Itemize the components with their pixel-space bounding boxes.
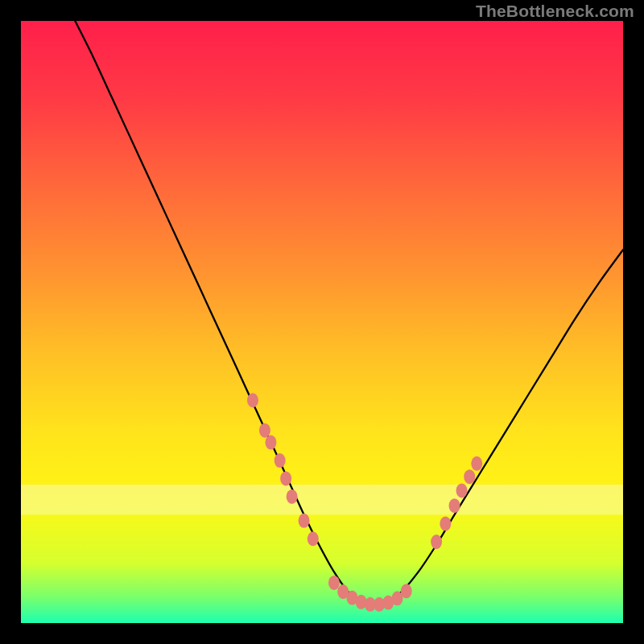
watermark-text: TheBottleneck.com	[476, 2, 634, 21]
data-point	[287, 489, 298, 504]
data-point	[456, 483, 468, 497]
highlight-band	[21, 485, 623, 514]
data-point	[464, 469, 475, 484]
data-point	[259, 423, 270, 438]
data-point	[431, 535, 442, 549]
data-point	[280, 471, 291, 485]
data-point	[265, 436, 276, 450]
data-point	[440, 517, 451, 531]
data-point	[471, 456, 482, 471]
bottleneck-chart	[21, 21, 623, 623]
data-point	[275, 453, 286, 468]
gradient-background	[21, 21, 623, 623]
chart-frame: TheBottleneck.com	[0, 0, 644, 644]
data-point	[247, 393, 258, 407]
data-point	[449, 498, 460, 513]
data-point	[299, 514, 310, 528]
plot-area	[21, 21, 623, 623]
data-point	[328, 576, 340, 590]
data-point	[401, 584, 412, 598]
data-point	[308, 531, 319, 546]
